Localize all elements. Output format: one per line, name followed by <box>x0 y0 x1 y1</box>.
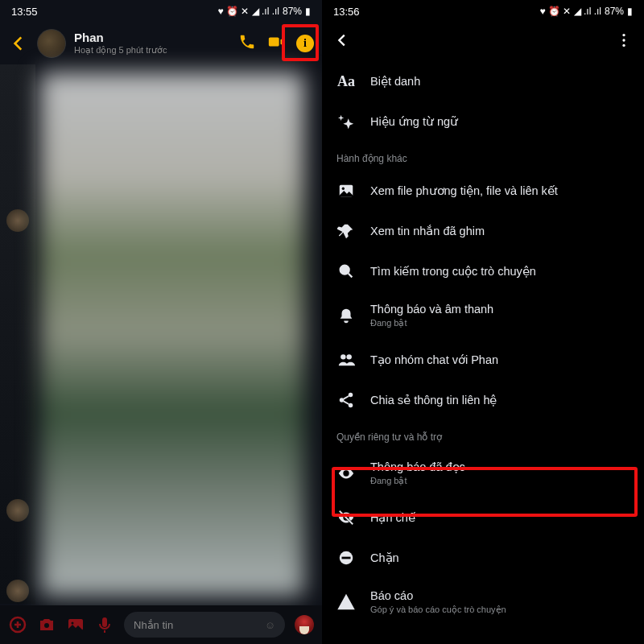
group-icon <box>336 350 356 369</box>
svg-point-3 <box>72 622 74 625</box>
chat-margin <box>0 64 35 604</box>
call-icon[interactable] <box>238 33 256 54</box>
msg-avatar <box>6 209 29 232</box>
contact-name: Phan <box>74 31 230 45</box>
settings-screen: 13:56 ♥ ⏰ ✕ ◢ .ıl .ıl 87% ▮ Aa Biệt danh… <box>322 0 644 644</box>
highlight-info <box>282 24 319 61</box>
row-media-files[interactable]: Xem file phương tiện, file và liên kết <box>322 171 644 211</box>
bell-icon <box>336 306 356 325</box>
svg-point-14 <box>340 398 345 402</box>
blurred-content <box>40 72 304 596</box>
svg-point-13 <box>349 393 353 398</box>
sparkle-icon <box>336 112 356 131</box>
status-time: 13:56 <box>333 6 360 18</box>
sticker-icon[interactable] <box>295 615 314 634</box>
share-icon <box>336 390 356 410</box>
row-block[interactable]: Chặn <box>322 538 644 578</box>
svg-point-7 <box>622 44 625 47</box>
svg-point-11 <box>341 354 345 359</box>
row-notifications-sound[interactable]: Thông báo và âm thanh Đang bật <box>322 291 644 340</box>
msg-avatar <box>6 499 29 522</box>
status-icons: ♥ ⏰ ✕ ◢ .ıl .ıl 87% ▮ <box>540 6 634 17</box>
svg-point-10 <box>341 266 349 275</box>
back-button[interactable] <box>8 33 29 54</box>
svg-point-9 <box>342 188 345 190</box>
svg-rect-4 <box>102 617 107 627</box>
svg-point-15 <box>349 403 353 408</box>
aa-icon: Aa <box>336 72 356 91</box>
block-icon <box>336 548 356 568</box>
row-report[interactable]: Báo cáo Góp ý và báo cáo cuộc trò chuyện <box>322 578 644 626</box>
message-input[interactable]: Nhắn tin ☺ <box>124 612 285 638</box>
svg-point-6 <box>622 39 625 41</box>
status-bar: 13:56 ♥ ⏰ ✕ ◢ .ıl .ıl 87% ▮ <box>322 0 644 23</box>
mic-icon[interactable] <box>95 615 114 634</box>
settings-header <box>322 23 644 61</box>
row-create-group[interactable]: Tạo nhóm chat với Phan <box>322 340 644 380</box>
status-bar: 13:55 ♥ ⏰ ✕ ◢ .ıl .ıl 87% ▮ <box>0 0 322 23</box>
svg-rect-18 <box>342 556 351 559</box>
back-button[interactable] <box>333 31 351 52</box>
image-icon[interactable] <box>66 615 85 634</box>
warn-icon <box>336 592 356 612</box>
settings-list: Aa Biệt danh Hiệu ứng từ ngữ Hành động k… <box>322 61 644 634</box>
image-icon <box>336 181 356 200</box>
avatar[interactable] <box>37 29 66 58</box>
chat-screen: 13:55 ♥ ⏰ ✕ ◢ .ıl .ıl 87% ▮ Phan Hoạt độ… <box>0 0 322 644</box>
svg-point-5 <box>622 34 625 36</box>
pin-icon <box>336 221 356 241</box>
row-nickname[interactable]: Aa Biệt danh <box>322 61 644 101</box>
more-icon[interactable] <box>615 31 633 52</box>
contact-name-block[interactable]: Phan Hoạt động 5 phút trước <box>74 31 230 56</box>
last-active: Hoạt động 5 phút trước <box>74 45 230 56</box>
svg-point-12 <box>346 354 351 359</box>
section-privacy-support: Quyền riêng tư và hỗ trợ <box>322 420 644 449</box>
section-other-actions: Hành động khác <box>322 142 644 171</box>
highlight-read-receipts <box>332 467 638 517</box>
compose-bar: Nhắn tin ☺ <box>0 605 322 644</box>
status-time: 13:55 <box>11 6 38 18</box>
row-share-contact[interactable]: Chia sẻ thông tin liên hệ <box>322 380 644 420</box>
camera-icon[interactable] <box>37 615 56 634</box>
msg-avatar <box>6 580 29 602</box>
row-pinned-messages[interactable]: Xem tin nhắn đã ghim <box>322 211 644 251</box>
svg-point-1 <box>44 623 49 628</box>
status-icons: ♥ ⏰ ✕ ◢ .ıl .ıl 87% ▮ <box>218 6 312 17</box>
chat-header: Phan Hoạt động 5 phút trước i <box>0 23 322 64</box>
row-word-effects[interactable]: Hiệu ứng từ ngữ <box>322 101 644 142</box>
plus-icon[interactable] <box>8 615 27 634</box>
row-search-chat[interactable]: Tìm kiếm trong cuộc trò chuyện <box>322 251 644 291</box>
search-icon <box>336 262 356 281</box>
